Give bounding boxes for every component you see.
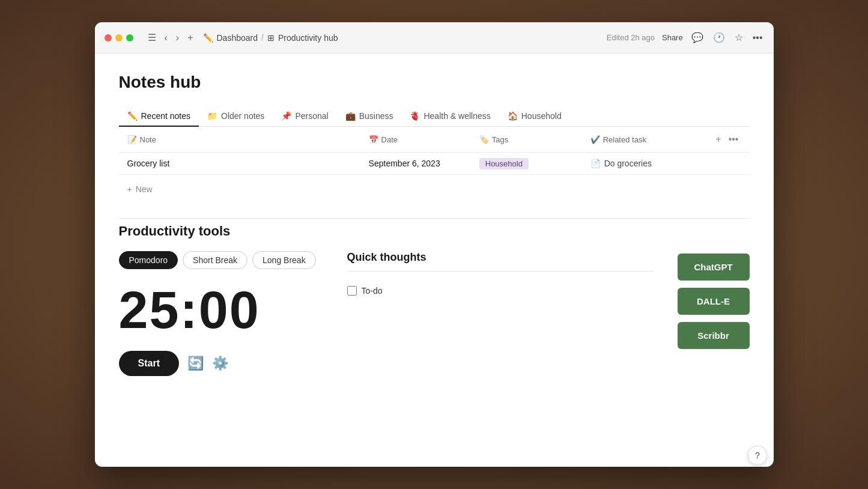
help-button[interactable]: ? [748,446,767,465]
comment-button[interactable]: 💬 [690,31,705,44]
tab-household[interactable]: 🏠 Household [499,106,570,127]
breadcrumb-icon: ✏️ [203,33,213,43]
traffic-lights [105,34,133,41]
breadcrumb-page-icon: ⊞ [267,33,275,43]
note-col-header: Note [140,135,156,144]
close-button[interactable] [105,34,112,41]
sidebar-toggle-button[interactable]: ☰ [145,31,159,44]
edited-timestamp: Edited 2h ago [607,33,655,42]
timer-tab-pomodoro[interactable]: Pomodoro [119,251,178,269]
breadcrumb-home[interactable]: Dashboard [217,33,258,43]
older-notes-icon: 📁 [207,111,217,121]
timer-tabs: Pomodoro Short Break Long Break [119,251,323,269]
row-actions-cell [705,153,749,175]
productivity-section-title: Productivity tools [119,218,750,239]
titlebar: ☰ ‹ › + ✏️ Dashboard / ⊞ Productivity hu… [95,22,774,53]
note-cell: Grocery list [119,153,360,175]
date-cell: September 6, 2023 [360,153,471,175]
tab-household-label: Household [521,111,562,121]
tags-col-icon: 🏷️ [479,135,489,144]
pomodoro-section: Pomodoro Short Break Long Break 25:00 St… [119,251,323,376]
tab-health-wellness[interactable]: 🫀 Health & wellness [401,106,499,127]
tabs-bar: ✏️ Recent notes 📁 Older notes 📌 Personal… [119,106,750,127]
new-row-button[interactable]: + New [119,180,750,199]
date-col-icon: 📅 [369,135,378,144]
personal-icon: 📌 [281,111,291,121]
tab-recent-notes-label: Recent notes [141,111,191,121]
tab-recent-notes[interactable]: ✏️ Recent notes [119,106,199,127]
date-col-header: Date [381,135,398,144]
maximize-button[interactable] [126,34,133,41]
new-row-plus-icon: + [127,184,132,194]
todo-item: To-do [347,281,654,300]
todo-text: To-do [362,286,383,296]
column-options-button[interactable]: ••• [726,133,741,146]
favorite-button[interactable]: ☆ [733,31,744,44]
tab-personal-label: Personal [295,111,328,121]
tab-older-notes[interactable]: 📁 Older notes [199,106,273,127]
timer-controls: Start 🔄 ⚙️ [119,351,323,376]
dall-e-button[interactable]: DALL-E [678,288,750,315]
todo-checkbox[interactable] [347,286,357,296]
timer-tab-long-break[interactable]: Long Break [252,251,316,269]
recent-notes-icon: ✏️ [127,111,138,121]
tab-health-label: Health & wellness [423,111,490,121]
related-task-cell: 📄 Do groceries [582,153,705,175]
table-row[interactable]: Grocery list September 6, 2023 Household… [119,153,750,175]
notes-table: 📝 Note 📅 Date 🏷️ Tags [119,127,750,175]
tag-badge[interactable]: Household [479,158,529,169]
tab-business[interactable]: 💼 Business [337,106,402,127]
tab-personal[interactable]: 📌 Personal [273,106,336,127]
timer-display: 25:00 [119,284,323,336]
titlebar-right: Edited 2h ago Share 💬 🕐 ☆ ••• [607,31,764,44]
add-column-button[interactable]: + [713,133,723,146]
more-options-button[interactable]: ••• [751,31,764,44]
share-button[interactable]: Share [662,33,683,42]
breadcrumb-separator: / [261,33,264,43]
app-window: ☰ ‹ › + ✏️ Dashboard / ⊞ Productivity hu… [95,22,774,467]
related-task-label: Do groceries [604,159,652,168]
productivity-area: Pomodoro Short Break Long Break 25:00 St… [119,251,750,376]
tags-col-header: Tags [492,135,508,144]
related-col-icon: ✔️ [590,135,600,144]
related-col-header: Related task [603,135,646,144]
main-content: Notes hub ✏️ Recent notes 📁 Older notes … [95,53,774,467]
forward-button[interactable]: › [174,31,181,44]
add-button[interactable]: + [185,31,195,44]
minimize-button[interactable] [115,34,123,41]
household-icon: 🏠 [508,111,518,121]
quick-thoughts-section: Quick thoughts To-do [347,251,654,300]
table-header-actions: + ••• [713,133,741,146]
start-timer-button[interactable]: Start [119,351,179,376]
note-col-icon: 📝 [127,135,137,144]
new-row-label: New [136,184,153,194]
chatgpt-button[interactable]: ChatGPT [678,254,750,281]
quick-thoughts-title: Quick thoughts [347,251,654,272]
timer-tab-short-break[interactable]: Short Break [183,251,247,269]
timer-settings-button[interactable]: ⚙️ [212,356,228,371]
back-button[interactable]: ‹ [162,31,170,44]
breadcrumb-current[interactable]: Productivity hub [278,33,338,43]
tags-cell: Household [471,153,582,175]
tab-older-notes-label: Older notes [221,111,264,121]
business-icon: 💼 [345,111,356,121]
page-title: Notes hub [119,73,750,92]
breadcrumb: ✏️ Dashboard / ⊞ Productivity hub [203,33,338,43]
nav-controls: ☰ ‹ › + [145,31,196,44]
reset-timer-button[interactable]: 🔄 [187,356,204,371]
task-doc-icon: 📄 [590,159,601,168]
scribbr-button[interactable]: Scribbr [678,322,750,349]
tab-business-label: Business [359,111,393,121]
health-icon: 🫀 [410,111,420,121]
ai-tools-section: ChatGPT DALL-E Scribbr [678,251,750,349]
history-button[interactable]: 🕐 [712,31,726,44]
